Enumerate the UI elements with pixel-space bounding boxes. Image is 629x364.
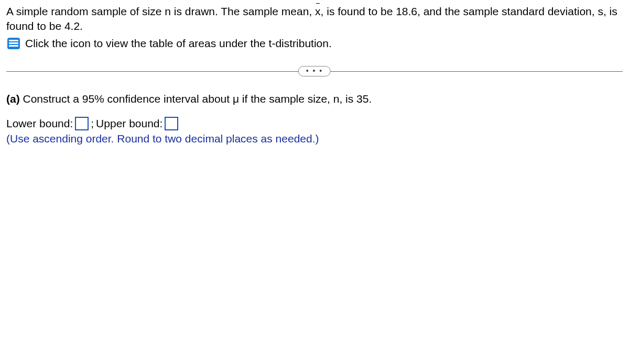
svg-rect-1 xyxy=(9,40,18,41)
upper-bound-label: Upper bound: xyxy=(96,117,162,130)
table-link-row[interactable]: Click the icon to view the table of area… xyxy=(6,36,623,51)
part-text: Construct a 95% confidence interval abou… xyxy=(20,93,372,105)
answer-row: Lower bound: ; Upper bound: xyxy=(6,117,623,130)
part-label: (a) xyxy=(6,93,20,105)
problem-statement: A simple random sample of size n is draw… xyxy=(6,4,623,34)
lower-bound-input[interactable] xyxy=(75,117,89,130)
svg-rect-2 xyxy=(9,42,18,44)
semicolon-separator: ; xyxy=(91,117,94,130)
expand-button[interactable]: • • • xyxy=(298,66,331,76)
table-icon xyxy=(6,36,21,51)
rounding-instruction: (Use ascending order. Round to two decim… xyxy=(6,133,623,145)
problem-text-before: A simple random sample of size n is draw… xyxy=(6,5,315,17)
x-bar-symbol: x xyxy=(315,4,321,19)
table-link-text: Click the icon to view the table of area… xyxy=(25,37,332,50)
svg-rect-3 xyxy=(9,45,18,47)
question-part-a: (a) Construct a 95% confidence interval … xyxy=(6,93,623,105)
upper-bound-input[interactable] xyxy=(165,117,178,130)
lower-bound-label: Lower bound: xyxy=(6,117,73,130)
section-divider: • • • xyxy=(6,65,623,77)
